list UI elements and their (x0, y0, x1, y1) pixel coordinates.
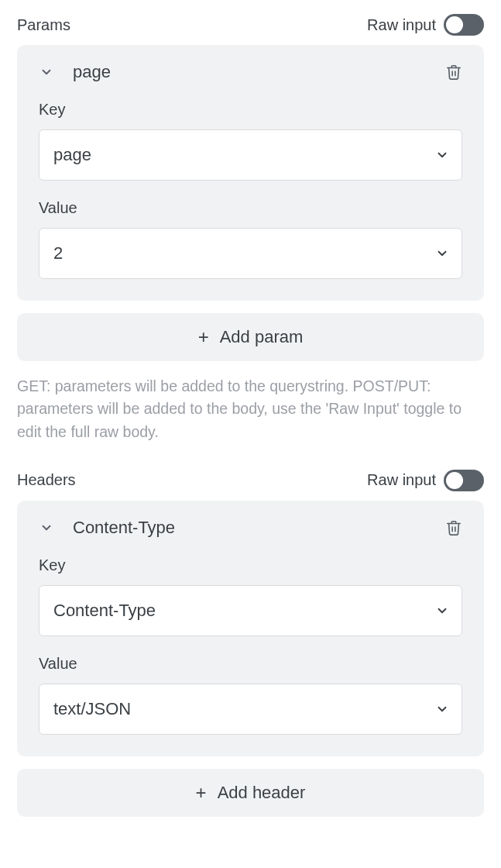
header-value-label: Value (39, 655, 462, 673)
params-raw-input-label: Raw input (367, 16, 436, 34)
params-section-header: Params Raw input (17, 14, 484, 36)
params-raw-input-toggle[interactable] (444, 14, 484, 36)
param-value-group: Value 2 (39, 199, 462, 279)
chevron-down-icon (435, 604, 449, 618)
param-card-header-left: page (39, 62, 111, 82)
plus-icon: + (198, 328, 209, 346)
chevron-down-icon (435, 148, 449, 162)
trash-icon[interactable] (445, 64, 462, 81)
plus-icon: + (196, 784, 207, 802)
headers-raw-input-label: Raw input (367, 471, 436, 489)
add-header-label: Add header (218, 783, 306, 803)
header-value-group: Value text/JSON (39, 655, 462, 735)
param-card: page Key page Value 2 (17, 45, 484, 301)
headers-section-header: Headers Raw input (17, 470, 484, 491)
header-card-header-left: Content-Type (39, 518, 175, 538)
headers-title: Headers (17, 471, 76, 489)
chevron-down-icon (435, 702, 449, 716)
params-help-text: GET: parameters will be added to the que… (17, 375, 484, 443)
headers-raw-input-toggle[interactable] (444, 470, 484, 491)
chevron-down-icon (435, 246, 449, 260)
header-key-label: Key (39, 556, 462, 574)
params-title: Params (17, 16, 70, 34)
param-value-label: Value (39, 199, 462, 217)
headers-raw-input-group: Raw input (367, 470, 484, 491)
param-value-value: 2 (53, 243, 63, 264)
param-card-header: page (39, 62, 462, 82)
trash-icon[interactable] (445, 519, 462, 536)
param-key-group: Key page (39, 101, 462, 181)
header-key-select[interactable]: Content-Type (39, 585, 462, 636)
header-card-header: Content-Type (39, 518, 462, 538)
header-value-value: text/JSON (53, 699, 131, 719)
param-name: page (73, 62, 111, 82)
header-key-group: Key Content-Type (39, 556, 462, 636)
chevron-down-icon[interactable] (39, 64, 54, 80)
toggle-knob (446, 16, 463, 33)
toggle-knob (446, 472, 463, 489)
param-key-label: Key (39, 101, 462, 119)
add-param-label: Add param (220, 327, 304, 347)
param-key-value: page (53, 145, 91, 165)
add-param-button[interactable]: + Add param (17, 313, 484, 361)
header-key-value: Content-Type (53, 601, 156, 621)
param-value-select[interactable]: 2 (39, 228, 462, 279)
params-raw-input-group: Raw input (367, 14, 484, 36)
param-key-select[interactable]: page (39, 129, 462, 181)
add-header-button[interactable]: + Add header (17, 769, 484, 817)
header-value-select[interactable]: text/JSON (39, 684, 462, 735)
chevron-down-icon[interactable] (39, 520, 54, 536)
header-card: Content-Type Key Content-Type Value text… (17, 501, 484, 756)
header-name: Content-Type (73, 518, 175, 538)
